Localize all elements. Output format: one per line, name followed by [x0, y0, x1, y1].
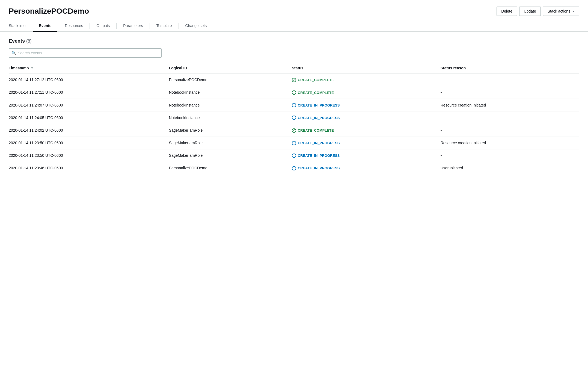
cell-status: iCREATE_IN_PROGRESS: [289, 162, 437, 174]
cell-logical-id: NotebookInstance: [166, 86, 289, 99]
cell-status-reason: -: [437, 86, 579, 99]
tabs-bar: Stack info Events Resources Outputs Para…: [0, 20, 588, 32]
page-title: PersonalizePOCDemo: [9, 7, 89, 16]
section-title: Events (8): [9, 38, 579, 44]
cell-status-reason: -: [437, 124, 579, 137]
tab-separator-3: [90, 23, 90, 29]
tab-outputs[interactable]: Outputs: [91, 20, 115, 32]
search-input[interactable]: [9, 48, 162, 58]
table-row: 2020-01-14 11:23:46 UTC-0600PersonalizeP…: [9, 162, 579, 174]
tab-separator-6: [179, 23, 179, 29]
info-circle-icon: i: [292, 166, 296, 170]
cell-timestamp: 2020-01-14 11:23:46 UTC-0600: [9, 162, 166, 174]
cell-status: ✓CREATE_COMPLETE: [289, 73, 437, 86]
status-label: CREATE_IN_PROGRESS: [298, 141, 340, 145]
cell-status: iCREATE_IN_PROGRESS: [289, 111, 437, 124]
table-row: 2020-01-14 11:23:50 UTC-0600SageMakerIam…: [9, 149, 579, 162]
page-header: PersonalizePOCDemo Delete Update Stack a…: [0, 0, 588, 20]
tab-change-sets[interactable]: Change sets: [180, 20, 212, 32]
info-circle-icon: i: [292, 103, 296, 107]
cell-logical-id: NotebookInstance: [166, 111, 289, 124]
status-label: CREATE_COMPLETE: [298, 91, 334, 95]
cell-timestamp: 2020-01-14 11:23:50 UTC-0600: [9, 149, 166, 162]
status-label: CREATE_COMPLETE: [298, 128, 334, 132]
table-row: 2020-01-14 11:27:11 UTC-0600NotebookInst…: [9, 86, 579, 99]
cell-status: iCREATE_IN_PROGRESS: [289, 149, 437, 162]
stack-actions-label: Stack actions: [548, 9, 570, 13]
status-label: CREATE_IN_PROGRESS: [298, 116, 340, 120]
cell-logical-id: PersonalizePOCDemo: [166, 162, 289, 174]
cell-timestamp: 2020-01-14 11:27:12 UTC-0600: [9, 73, 166, 86]
cell-status: ✓CREATE_COMPLETE: [289, 86, 437, 99]
tab-stack-info[interactable]: Stack info: [9, 20, 31, 32]
cell-logical-id: NotebookInstance: [166, 99, 289, 111]
cell-status-reason: -: [437, 73, 579, 86]
cell-timestamp: 2020-01-14 11:24:02 UTC-0600: [9, 124, 166, 137]
cell-status: ✓CREATE_COMPLETE: [289, 124, 437, 137]
cell-status-reason: User Initiated: [437, 162, 579, 174]
table-row: 2020-01-14 11:24:07 UTC-0600NotebookInst…: [9, 99, 579, 111]
cell-status-reason: -: [437, 111, 579, 124]
status-label: CREATE_IN_PROGRESS: [298, 166, 340, 170]
check-circle-icon: ✓: [292, 90, 296, 95]
cell-status: iCREATE_IN_PROGRESS: [289, 137, 437, 149]
events-count: (8): [26, 39, 32, 43]
tab-parameters[interactable]: Parameters: [118, 20, 148, 32]
stack-actions-button[interactable]: Stack actions ▼: [543, 7, 579, 16]
cell-status-reason: -: [437, 149, 579, 162]
tab-separator-2: [58, 23, 58, 29]
col-status-reason: Status reason: [437, 63, 579, 73]
cell-status-reason: Resource creation Initiated: [437, 137, 579, 149]
col-status: Status: [289, 63, 437, 73]
status-label: CREATE_IN_PROGRESS: [298, 154, 340, 158]
tab-resources[interactable]: Resources: [59, 20, 88, 32]
tab-template[interactable]: Template: [151, 20, 177, 32]
check-circle-icon: ✓: [292, 128, 296, 133]
main-content: Events (8) 🔍 Timestamp ▼ Logical: [0, 32, 588, 181]
tab-separator-4: [116, 23, 117, 29]
update-button[interactable]: Update: [519, 7, 541, 16]
chevron-down-icon: ▼: [572, 10, 575, 13]
cell-logical-id: SageMakerIamRole: [166, 137, 289, 149]
cell-status-reason: Resource creation Initiated: [437, 99, 579, 111]
info-circle-icon: i: [292, 141, 296, 145]
cell-timestamp: 2020-01-14 11:27:11 UTC-0600: [9, 86, 166, 99]
cell-timestamp: 2020-01-14 11:23:50 UTC-0600: [9, 137, 166, 149]
table-row: 2020-01-14 11:24:02 UTC-0600SageMakerIam…: [9, 124, 579, 137]
header-actions: Delete Update Stack actions ▼: [497, 7, 579, 16]
table-row: 2020-01-14 11:24:05 UTC-0600NotebookInst…: [9, 111, 579, 124]
sort-icon[interactable]: ▼: [31, 66, 34, 70]
cell-logical-id: PersonalizePOCDemo: [166, 73, 289, 86]
status-label: CREATE_COMPLETE: [298, 78, 334, 82]
tab-separator-5: [150, 23, 150, 29]
tab-events[interactable]: Events: [33, 20, 57, 32]
cell-logical-id: SageMakerIamRole: [166, 124, 289, 137]
page-container: PersonalizePOCDemo Delete Update Stack a…: [0, 0, 588, 366]
search-container: 🔍: [9, 48, 162, 58]
info-circle-icon: i: [292, 116, 296, 120]
cell-timestamp: 2020-01-14 11:24:05 UTC-0600: [9, 111, 166, 124]
delete-button[interactable]: Delete: [497, 7, 517, 16]
table-row: 2020-01-14 11:23:50 UTC-0600SageMakerIam…: [9, 137, 579, 149]
tab-separator-1: [32, 23, 32, 29]
cell-logical-id: SageMakerIamRole: [166, 149, 289, 162]
col-timestamp: Timestamp ▼: [9, 63, 166, 73]
col-logical-id: Logical ID: [166, 63, 289, 73]
check-circle-icon: ✓: [292, 78, 296, 82]
events-table: Timestamp ▼ Logical ID Status Status rea…: [9, 63, 579, 174]
cell-status: iCREATE_IN_PROGRESS: [289, 99, 437, 111]
table-row: 2020-01-14 11:27:12 UTC-0600PersonalizeP…: [9, 73, 579, 86]
info-circle-icon: i: [292, 154, 296, 158]
table-header-row: Timestamp ▼ Logical ID Status Status rea…: [9, 63, 579, 73]
status-label: CREATE_IN_PROGRESS: [298, 103, 340, 107]
cell-timestamp: 2020-01-14 11:24:07 UTC-0600: [9, 99, 166, 111]
search-icon: 🔍: [11, 51, 16, 55]
